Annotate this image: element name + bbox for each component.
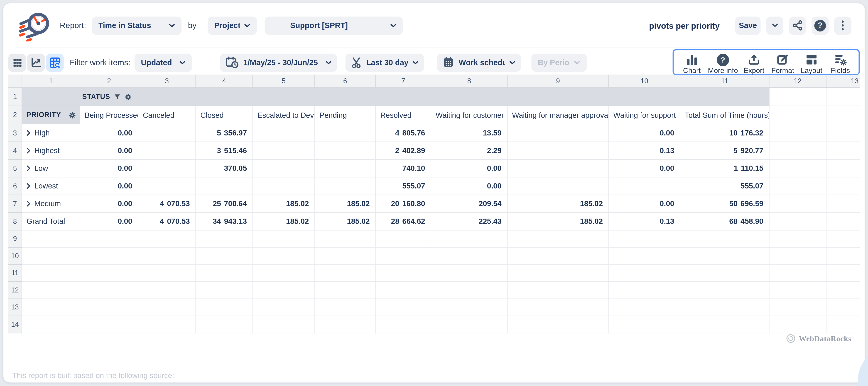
chart-view-button[interactable] — [27, 53, 45, 72]
value-cell[interactable]: 68 458.90 — [680, 212, 769, 230]
value-cell-empty[interactable] — [315, 160, 375, 177]
empty-cell[interactable] — [431, 316, 507, 333]
value-cell[interactable]: 0.00 — [609, 195, 680, 212]
priority-row-label[interactable]: Medium — [22, 195, 80, 212]
empty-cell[interactable] — [680, 299, 769, 316]
empty-cell[interactable] — [769, 299, 826, 316]
empty-cell[interactable] — [253, 316, 315, 333]
value-cell-empty[interactable] — [138, 177, 196, 195]
value-cell[interactable]: 555.07 — [680, 177, 769, 195]
value-cell-empty[interactable] — [253, 142, 315, 160]
empty-cell[interactable] — [196, 247, 253, 265]
pivot-view-button[interactable] — [46, 53, 64, 72]
empty-cell[interactable] — [315, 299, 375, 316]
empty-cell[interactable] — [138, 316, 196, 333]
status-band-cell[interactable]: STATUS — [80, 87, 769, 106]
empty-cell[interactable] — [376, 299, 431, 316]
value-cell-empty[interactable] — [138, 124, 196, 142]
status-column-header[interactable]: Waiting for customer — [431, 106, 507, 124]
value-cell[interactable]: 0.00 — [80, 212, 138, 230]
tool-more-info-button[interactable]: ? More info — [706, 50, 740, 74]
value-cell[interactable]: 4 805.76 — [376, 124, 431, 142]
empty-cell[interactable] — [507, 299, 609, 316]
value-cell-empty[interactable] — [253, 124, 315, 142]
date-range-select[interactable]: 1/May/25 - 30/Jun/25 — [220, 53, 337, 72]
priority-field-cell[interactable]: PRIORITY — [22, 106, 80, 124]
expand-chevron-icon[interactable] — [27, 201, 30, 207]
save-options-button[interactable] — [766, 16, 783, 35]
value-cell[interactable]: 185.02 — [315, 212, 375, 230]
value-cell[interactable]: 13.59 — [431, 124, 507, 142]
value-cell[interactable]: 185.02 — [507, 212, 609, 230]
value-cell[interactable]: 4 070.53 — [138, 195, 196, 212]
empty-cell[interactable] — [680, 316, 769, 333]
value-cell[interactable]: 4 070.53 — [138, 212, 196, 230]
empty-cell[interactable] — [507, 230, 609, 247]
empty-cell[interactable] — [826, 142, 860, 160]
priority-row-label[interactable]: High — [22, 124, 80, 142]
empty-cell[interactable] — [80, 230, 138, 247]
empty-cell[interactable] — [769, 282, 826, 299]
value-cell[interactable]: 0.13 — [609, 142, 680, 160]
value-cell-empty[interactable] — [196, 177, 253, 195]
priority-row-label[interactable]: Grand Total — [22, 212, 80, 230]
value-cell[interactable]: 10 176.32 — [680, 124, 769, 142]
empty-cell[interactable] — [769, 212, 826, 230]
status-column-header[interactable]: Resolved — [376, 106, 431, 124]
report-type-select[interactable]: Time in Status — [92, 16, 181, 35]
tool-chart-button[interactable]: Chart — [677, 50, 706, 74]
tool-layout-button[interactable]: Layout — [797, 50, 826, 74]
value-cell[interactable]: 370.05 — [196, 160, 253, 177]
empty-cell[interactable] — [507, 316, 609, 333]
empty-cell[interactable] — [826, 282, 860, 299]
value-cell-empty[interactable] — [253, 177, 315, 195]
status-column-header[interactable]: Closed — [196, 106, 253, 124]
status-band-spacer-cell[interactable] — [22, 87, 80, 106]
value-cell[interactable]: 209.54 — [431, 195, 507, 212]
status-column-header[interactable]: Canceled — [138, 106, 196, 124]
value-cell[interactable]: 740.10 — [376, 160, 431, 177]
empty-cell[interactable] — [826, 195, 860, 212]
empty-cell[interactable] — [315, 230, 375, 247]
empty-cell[interactable] — [80, 247, 138, 265]
value-cell-empty[interactable] — [253, 160, 315, 177]
empty-cell[interactable] — [376, 265, 431, 282]
value-cell[interactable]: 28 664.62 — [376, 212, 431, 230]
webdatarocks-branding[interactable]: WebDataRocks — [786, 334, 851, 343]
empty-cell[interactable] — [253, 265, 315, 282]
empty-cell[interactable] — [80, 316, 138, 333]
empty-cell[interactable] — [609, 247, 680, 265]
empty-cell[interactable] — [196, 230, 253, 247]
empty-cell[interactable] — [22, 230, 80, 247]
tool-fields-button[interactable]: Fields — [826, 50, 855, 74]
empty-cell[interactable] — [826, 247, 860, 265]
empty-cell[interactable] — [680, 282, 769, 299]
empty-cell[interactable] — [196, 299, 253, 316]
empty-cell[interactable] — [769, 142, 826, 160]
empty-cell[interactable] — [826, 87, 860, 106]
empty-cell[interactable] — [253, 299, 315, 316]
priority-row-label[interactable]: Highest — [22, 142, 80, 160]
empty-cell[interactable] — [431, 265, 507, 282]
empty-cell[interactable] — [826, 230, 860, 247]
value-cell-empty[interactable] — [138, 142, 196, 160]
value-cell[interactable]: 50 696.59 — [680, 195, 769, 212]
empty-cell[interactable] — [826, 160, 860, 177]
empty-cell[interactable] — [769, 177, 826, 195]
save-button[interactable]: Save — [735, 16, 761, 35]
empty-cell[interactable] — [769, 87, 826, 106]
value-cell[interactable]: 0.00 — [609, 160, 680, 177]
empty-cell[interactable] — [609, 299, 680, 316]
value-cell[interactable]: 0.00 — [80, 142, 138, 160]
empty-cell[interactable] — [22, 247, 80, 265]
empty-cell[interactable] — [22, 282, 80, 299]
share-button[interactable] — [789, 16, 806, 35]
value-cell[interactable]: 225.43 — [431, 212, 507, 230]
empty-cell[interactable] — [826, 316, 860, 333]
empty-cell[interactable] — [769, 230, 826, 247]
empty-cell[interactable] — [315, 247, 375, 265]
value-cell[interactable]: 185.02 — [253, 195, 315, 212]
empty-cell[interactable] — [196, 265, 253, 282]
value-cell[interactable]: 0.00 — [609, 124, 680, 142]
more-menu-button[interactable] — [834, 16, 851, 35]
